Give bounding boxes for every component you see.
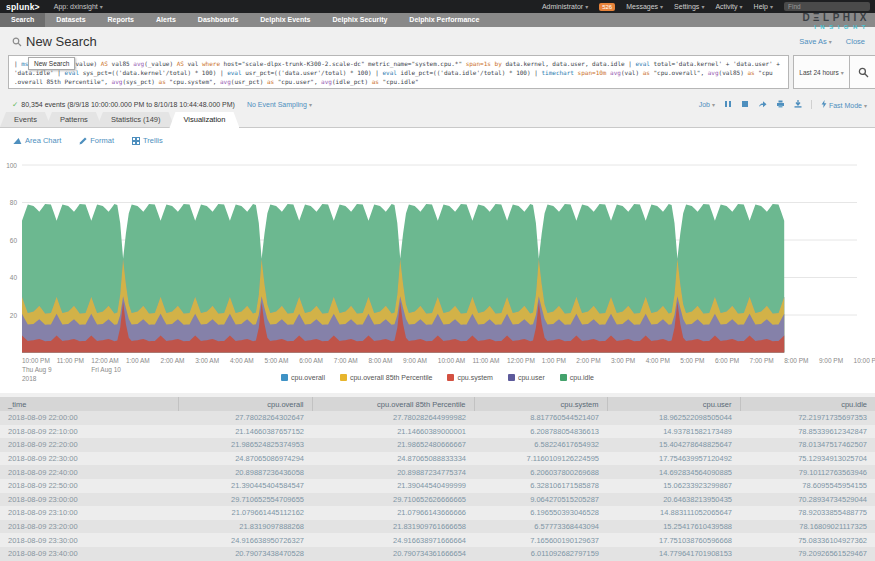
- table-cell[interactable]: 78.6095545954155: [740, 479, 875, 493]
- table-cell[interactable]: 14.692834564090885: [607, 465, 740, 479]
- legend-item-cpu-overall[interactable]: cpu.overall: [281, 374, 325, 381]
- table-cell[interactable]: 17.754639957120492: [607, 452, 740, 466]
- table-cell[interactable]: 6.57773368443094: [474, 520, 607, 534]
- topmenu-messages[interactable]: Messages▾: [626, 3, 663, 10]
- table-cell[interactable]: 7.1160109126224595: [474, 452, 607, 466]
- table-cell[interactable]: 21.07966143666666: [312, 506, 474, 520]
- table-cell[interactable]: 15.404278648825647: [607, 438, 740, 452]
- legend-item-cpu-system[interactable]: cpu.system: [447, 374, 492, 381]
- table-cell[interactable]: 2018-08-09 22:50:00: [0, 479, 178, 493]
- column-header-cpu-overall-85th-percentile[interactable]: cpu.overall 85th Percentile: [312, 397, 474, 411]
- nav-item-delphix-security[interactable]: Delphix Security: [322, 13, 399, 27]
- tab-events[interactable]: Events: [0, 112, 51, 127]
- splunk-logo[interactable]: splunk>: [6, 2, 40, 12]
- nav-item-datasets[interactable]: Datasets: [45, 13, 96, 27]
- table-cell[interactable]: 20.79073438470528: [178, 547, 312, 561]
- table-cell[interactable]: 2018-08-09 22:10:00: [0, 425, 178, 439]
- table-cell[interactable]: 75.12934913025704: [740, 452, 875, 466]
- table-cell[interactable]: 6.196550393046528: [474, 506, 607, 520]
- topmenu-activity[interactable]: Activity▾: [715, 3, 742, 10]
- table-cell[interactable]: 27.78028264302647: [178, 411, 312, 425]
- legend-item-cpu-overall-85th-percentile[interactable]: cpu.overall 85th Percentile: [340, 374, 433, 381]
- share-button[interactable]: [758, 100, 767, 108]
- table-cell[interactable]: 2018-08-09 22:40:00: [0, 465, 178, 479]
- export-button[interactable]: [794, 100, 802, 108]
- column-header-cpu-system[interactable]: cpu.system: [474, 397, 607, 411]
- search-submit-button[interactable]: [850, 55, 875, 89]
- table-cell[interactable]: 18.962522098505044: [607, 411, 740, 425]
- find-input[interactable]: [784, 2, 870, 11]
- table-cell[interactable]: 78.85339612342847: [740, 425, 875, 439]
- table-cell[interactable]: 20.64638213950435: [607, 493, 740, 507]
- table-cell[interactable]: 6.206037800269688: [474, 465, 607, 479]
- nav-item-reports[interactable]: Reports: [97, 13, 145, 27]
- search-query-input[interactable]: | mstats perc95(_value) AS val85 avg(_va…: [8, 55, 789, 89]
- table-cell[interactable]: 2018-08-09 23:10:00: [0, 506, 178, 520]
- table-cell[interactable]: 20.790734361666654: [312, 547, 474, 561]
- table-cell[interactable]: 15.25417610439588: [607, 520, 740, 534]
- column-header-cpu-user[interactable]: cpu.user: [607, 397, 740, 411]
- nav-item-delphix-events[interactable]: Delphix Events: [249, 13, 321, 27]
- table-cell[interactable]: 21.986524825374953: [178, 438, 312, 452]
- nav-item-dashboards[interactable]: Dashboards: [187, 13, 249, 27]
- table-cell[interactable]: 24.916638950726327: [178, 533, 312, 547]
- table-cell[interactable]: 78.92033855488775: [740, 506, 875, 520]
- table-cell[interactable]: 21.14660389000001: [312, 425, 474, 439]
- legend-item-cpu-idle[interactable]: cpu.idle: [560, 374, 594, 381]
- table-cell[interactable]: 2018-08-09 22:00:00: [0, 411, 178, 425]
- table-cell[interactable]: 24.916638971666664: [312, 533, 474, 547]
- column-header-time[interactable]: _time: [0, 397, 178, 411]
- topmenu-help[interactable]: Help▾: [754, 3, 773, 10]
- tab-statistics-149[interactable]: Statistics (149): [97, 112, 175, 127]
- table-cell[interactable]: 21.14660387657152: [178, 425, 312, 439]
- stop-button[interactable]: [741, 100, 749, 108]
- format-button[interactable]: Format: [79, 136, 114, 145]
- search-mode-menu[interactable]: Fast Mode▾: [821, 100, 867, 109]
- table-cell[interactable]: 21.39044540499999: [312, 479, 474, 493]
- table-cell[interactable]: 29.710652554709655: [178, 493, 312, 507]
- table-cell[interactable]: 2018-08-09 23:40:00: [0, 547, 178, 561]
- legend-item-cpu-user[interactable]: cpu.user: [508, 374, 545, 381]
- table-cell[interactable]: 2018-08-09 23:30:00: [0, 533, 178, 547]
- chart-type-button[interactable]: Area Chart: [14, 136, 61, 145]
- table-cell[interactable]: 2018-08-09 22:30:00: [0, 452, 178, 466]
- table-cell[interactable]: 2018-08-09 22:20:00: [0, 438, 178, 452]
- table-cell[interactable]: 6.011092682797159: [474, 547, 607, 561]
- area-chart[interactable]: 2040608010010:00 PMThu Aug 9201811:00 PM…: [0, 150, 875, 390]
- trellis-button[interactable]: Trellis: [132, 136, 163, 145]
- table-cell[interactable]: 20.89887236436058: [178, 465, 312, 479]
- table-cell[interactable]: 8.817760544521407: [474, 411, 607, 425]
- table-cell[interactable]: 6.328106171585878: [474, 479, 607, 493]
- print-button[interactable]: [776, 100, 785, 108]
- job-menu[interactable]: Job▾: [699, 101, 715, 108]
- app-menu[interactable]: App: dxinsight▾: [54, 3, 103, 10]
- table-cell[interactable]: 21.079661445112162: [178, 506, 312, 520]
- table-cell[interactable]: 78.16809021117325: [740, 520, 875, 534]
- event-sampling-menu[interactable]: No Event Sampling▾: [247, 101, 312, 108]
- topmenu-administrator[interactable]: Administrator▾: [542, 3, 588, 10]
- table-cell[interactable]: 21.98652480666667: [312, 438, 474, 452]
- table-cell[interactable]: 70.28934734529044: [740, 493, 875, 507]
- pause-button[interactable]: [724, 100, 732, 108]
- nav-item-alerts[interactable]: Alerts: [145, 13, 187, 27]
- table-cell[interactable]: 24.87065088833334: [312, 452, 474, 466]
- table-cell[interactable]: 72.21971735697353: [740, 411, 875, 425]
- time-range-picker[interactable]: Last 24 hours▾: [793, 55, 850, 89]
- table-cell[interactable]: 21.390445404584547: [178, 479, 312, 493]
- nav-item-delphix-performance[interactable]: Delphix Performance: [398, 13, 490, 27]
- table-cell[interactable]: 29.710652626666665: [312, 493, 474, 507]
- table-cell[interactable]: 14.93781582173489: [607, 425, 740, 439]
- table-cell[interactable]: 21.831909761666658: [312, 520, 474, 534]
- topmenu-settings[interactable]: Settings▾: [674, 3, 704, 10]
- table-cell[interactable]: 7.165600190129637: [474, 533, 607, 547]
- table-cell[interactable]: 21.8319097888268: [178, 520, 312, 534]
- table-cell[interactable]: 78.01347517462507: [740, 438, 875, 452]
- table-cell[interactable]: 2018-08-09 23:00:00: [0, 493, 178, 507]
- table-cell[interactable]: 79.20926561529467: [740, 547, 875, 561]
- table-cell[interactable]: 20.89887234775374: [312, 465, 474, 479]
- save-as-button[interactable]: Save As▾: [799, 37, 832, 46]
- table-cell[interactable]: 2018-08-09 23:20:00: [0, 520, 178, 534]
- table-cell[interactable]: 17.751038760596668: [607, 533, 740, 547]
- table-cell[interactable]: 14.883111052065647: [607, 506, 740, 520]
- table-cell[interactable]: 6.58224617654932: [474, 438, 607, 452]
